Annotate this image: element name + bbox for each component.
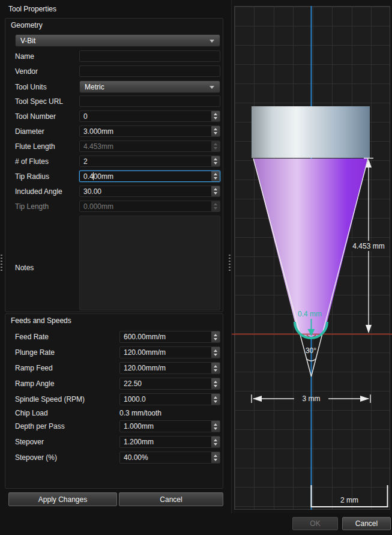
spinner-down-icon[interactable] bbox=[214, 338, 217, 340]
feed-rate-input[interactable] bbox=[119, 331, 220, 343]
spinner-up-icon[interactable] bbox=[214, 158, 217, 160]
plunge-rate-spinner[interactable] bbox=[211, 347, 220, 358]
spinner-down-icon bbox=[214, 207, 217, 210]
spinner-up-icon[interactable] bbox=[214, 365, 217, 367]
spinner-down-icon[interactable] bbox=[214, 132, 217, 135]
included-angle-label: Included Angle bbox=[15, 187, 62, 196]
text-caret bbox=[93, 172, 94, 180]
stepover-label: Stepover bbox=[15, 438, 44, 446]
spinner-down-icon[interactable] bbox=[214, 400, 217, 403]
spinner-up-icon[interactable] bbox=[214, 128, 217, 130]
diameter-label: Diameter bbox=[15, 127, 44, 136]
tip-length-spinner bbox=[211, 201, 220, 211]
tool-number-spinner[interactable] bbox=[211, 111, 220, 121]
spinner-down-icon[interactable] bbox=[214, 459, 217, 461]
spinner-up-icon[interactable] bbox=[214, 334, 217, 336]
vendor-input[interactable] bbox=[79, 65, 220, 77]
tool-number-label: Tool Number bbox=[15, 112, 56, 121]
notes-label: Notes bbox=[15, 264, 34, 272]
depth-per-pass-input[interactable] bbox=[119, 420, 220, 432]
flute-length-dim-label: 4.453 mm bbox=[352, 242, 384, 250]
spinner-up-icon bbox=[214, 143, 217, 145]
included-angle-input[interactable] bbox=[79, 186, 220, 197]
chevron-down-icon bbox=[210, 40, 214, 43]
spinner-down-icon[interactable] bbox=[214, 385, 217, 387]
flute-length-input bbox=[79, 141, 220, 152]
ramp-feed-input[interactable] bbox=[119, 362, 220, 374]
spinner-down-icon[interactable] bbox=[214, 117, 217, 119]
included-angle-spinner[interactable] bbox=[211, 186, 220, 196]
dialog-title: Tool Properties bbox=[8, 5, 56, 13]
tool-units-dropdown[interactable]: Metric bbox=[79, 80, 220, 93]
ramp-feed-label: Ramp Feed bbox=[15, 364, 53, 372]
plunge-rate-label: Plunge Rate bbox=[15, 348, 55, 357]
tool-type-dropdown[interactable]: V-Bit bbox=[15, 34, 220, 47]
ramp-angle-spinner[interactable] bbox=[211, 378, 220, 389]
splitter-grip-right[interactable] bbox=[229, 255, 231, 271]
spindle-speed-spinner[interactable] bbox=[211, 394, 220, 405]
spinner-up-icon[interactable] bbox=[214, 439, 217, 441]
stepover-pct-spinner[interactable] bbox=[211, 452, 220, 463]
spinner-up-icon[interactable] bbox=[214, 423, 217, 426]
num-flutes-spinner[interactable] bbox=[211, 156, 220, 166]
vendor-label: Vendor bbox=[15, 67, 38, 76]
ramp-angle-label: Ramp Angle bbox=[15, 379, 54, 388]
spinner-up-icon[interactable] bbox=[214, 455, 217, 457]
chip-load-value: 0.3 mm/tooth bbox=[119, 409, 161, 417]
spinner-down-icon[interactable] bbox=[214, 162, 217, 165]
spinner-down-icon[interactable] bbox=[214, 369, 217, 372]
diameter-spinner[interactable] bbox=[211, 126, 220, 136]
spinner-up-icon[interactable] bbox=[214, 349, 217, 352]
ok-button[interactable]: OK bbox=[292, 517, 338, 530]
angle-dim-label: 30° bbox=[306, 346, 316, 355]
spinner-up-icon[interactable] bbox=[214, 188, 217, 190]
feeds-group: Feeds and Speeds Feed Rate Plunge Rate R… bbox=[5, 313, 223, 489]
ramp-angle-input[interactable] bbox=[119, 378, 220, 390]
feeds-group-title: Feeds and Speeds bbox=[11, 316, 71, 325]
spinner-down-icon[interactable] bbox=[214, 177, 217, 180]
feed-rate-label: Feed Rate bbox=[15, 333, 49, 341]
tip-length-label: Tip Length bbox=[15, 202, 49, 211]
chevron-down-icon bbox=[210, 86, 214, 89]
dia-dim-right-arrowhead-icon bbox=[360, 396, 369, 402]
spinner-down-icon[interactable] bbox=[214, 443, 217, 446]
depth-per-pass-label: Depth per Pass bbox=[15, 422, 65, 431]
dia-dim-left-arrowhead-icon bbox=[253, 396, 262, 402]
feed-rate-spinner[interactable] bbox=[211, 331, 220, 342]
tool-spec-url-input[interactable] bbox=[79, 95, 220, 107]
notes-textarea[interactable] bbox=[79, 216, 220, 310]
geometry-group: Geometry V-Bit Name Vendor Tool Units Me… bbox=[5, 18, 223, 312]
depth-per-pass-spinner[interactable] bbox=[211, 421, 220, 432]
spinner-down-icon[interactable] bbox=[214, 354, 217, 356]
ramp-feed-spinner[interactable] bbox=[211, 363, 220, 373]
spinner-up-icon[interactable] bbox=[214, 113, 217, 115]
splitter-grip-left[interactable] bbox=[1, 255, 2, 271]
spindle-speed-label: Spindle Speed (RPM) bbox=[15, 395, 85, 404]
stepover-pct-input[interactable] bbox=[119, 452, 220, 464]
tip-radius-input[interactable] bbox=[79, 171, 220, 182]
stepover-input[interactable] bbox=[119, 436, 220, 448]
flute-length-label: Flute Length bbox=[15, 142, 55, 151]
spindle-speed-input[interactable] bbox=[119, 393, 220, 405]
flute-dim-down-arrowhead-icon bbox=[366, 325, 372, 333]
num-flutes-input[interactable] bbox=[79, 156, 220, 167]
diameter-input[interactable] bbox=[79, 125, 220, 137]
apply-changes-button[interactable]: Apply Changes bbox=[8, 492, 117, 506]
tip-radius-spinner[interactable] bbox=[211, 171, 220, 181]
spinner-up-icon[interactable] bbox=[214, 396, 217, 399]
spinner-up-icon[interactable] bbox=[214, 173, 217, 175]
name-input[interactable] bbox=[79, 50, 220, 62]
tool-number-input[interactable] bbox=[79, 110, 220, 122]
num-flutes-label: # of Flutes bbox=[15, 157, 49, 166]
plunge-rate-input[interactable] bbox=[119, 346, 220, 358]
cancel-button[interactable]: Cancel bbox=[119, 492, 223, 506]
spinner-down-icon[interactable] bbox=[214, 428, 217, 430]
spinner-down-icon bbox=[214, 147, 217, 150]
stepover-spinner[interactable] bbox=[211, 437, 220, 447]
spinner-up-icon[interactable] bbox=[214, 381, 217, 383]
dialog-cancel-button[interactable]: Cancel bbox=[342, 517, 391, 530]
geometry-group-title: Geometry bbox=[11, 21, 43, 29]
spinner-down-icon[interactable] bbox=[214, 192, 217, 195]
tool-units-value: Metric bbox=[85, 83, 104, 91]
flute-length-spinner bbox=[211, 141, 220, 151]
